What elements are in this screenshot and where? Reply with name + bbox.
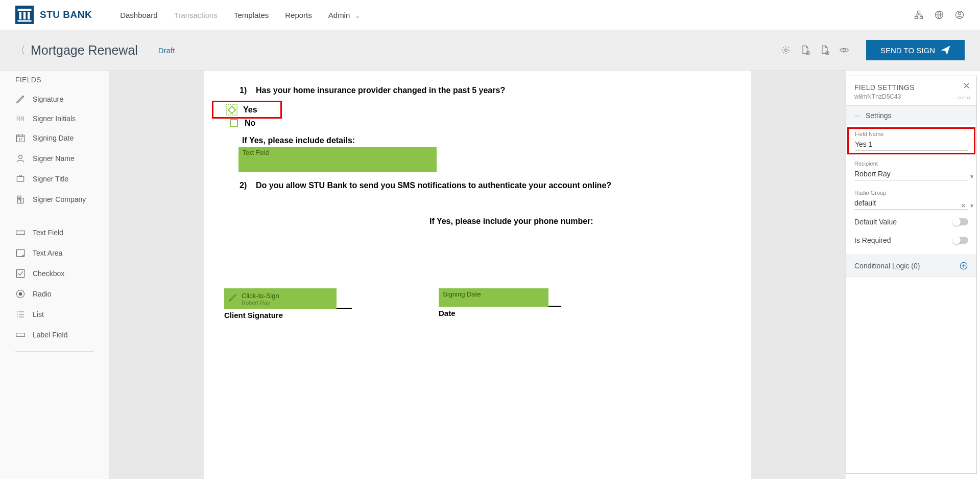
textfield-icon (15, 227, 26, 238)
field-list[interactable]: List (0, 304, 109, 325)
plus-circle-icon[interactable] (959, 261, 968, 270)
more-icon[interactable]: ○○○ (957, 94, 971, 101)
recipient-select[interactable] (854, 168, 968, 180)
svg-point-27 (19, 292, 22, 296)
conditional-logic-row[interactable]: Conditional Logic (0) (846, 255, 976, 277)
date-block: Signing Date Date (439, 288, 566, 320)
svg-rect-3 (28, 12, 30, 19)
pen-icon (228, 293, 237, 304)
svg-rect-7 (920, 16, 923, 18)
top-nav: STU BANK Dashboard Transactions Template… (0, 0, 980, 30)
svg-rect-2 (23, 12, 26, 19)
signature-block: Click-to-Sign Robert Ray Client Signatur… (224, 288, 352, 320)
field-label[interactable]: Label Field (0, 325, 109, 345)
field-signer-company[interactable]: Signer Company (0, 189, 109, 210)
checkbox-icon (15, 268, 26, 279)
svg-rect-28 (16, 333, 25, 337)
svg-rect-19 (17, 176, 23, 181)
nav-transactions[interactable]: Transactions (174, 11, 218, 19)
signature-line (337, 308, 352, 309)
chevron-up-icon: ︿ (854, 111, 861, 120)
back-button[interactable]: 〈 (15, 43, 26, 57)
globe-icon[interactable] (934, 10, 944, 20)
field-signer-name[interactable]: Signer Name (0, 148, 109, 169)
field-signing-date[interactable]: 17 Signing Date (0, 128, 109, 148)
if-yes-1: If Yes, please include details: (242, 136, 731, 145)
hierarchy-icon[interactable] (914, 10, 924, 20)
nav-dashboard[interactable]: Dashboard (120, 11, 157, 19)
field-textarea[interactable]: Text Area (0, 243, 109, 263)
fields-sidebar: FIELDS Signature RR Signer Initials 17 S… (0, 71, 109, 479)
svg-rect-5 (918, 11, 920, 13)
badge-icon (15, 174, 26, 184)
radio-icon (15, 289, 26, 299)
default-value-toggle[interactable] (953, 218, 968, 225)
field-checkbox[interactable]: Checkbox (0, 263, 109, 284)
nav-reports[interactable]: Reports (285, 11, 312, 19)
is-required-row: Is Required (846, 231, 976, 249)
svg-text:17: 17 (19, 138, 23, 141)
doc-settings-icon[interactable] (820, 45, 830, 55)
radio-group-select[interactable] (854, 197, 968, 210)
field-name-input[interactable] (855, 138, 968, 151)
nav-templates[interactable]: Templates (234, 11, 269, 19)
date-caption: Date (439, 309, 566, 317)
radio-yes-selected[interactable] (226, 104, 237, 116)
doc-add-icon[interactable] (800, 45, 810, 55)
clear-icon[interactable]: ✕ (961, 202, 966, 210)
signing-date-field[interactable]: Signing Date (439, 288, 548, 307)
click-to-sign-field[interactable]: Click-to-Sign Robert Ray (224, 288, 337, 309)
panel-body: Field Name Recipient ▼ Radio Group ✕ ▼ D… (846, 125, 976, 279)
field-radio[interactable]: Radio (0, 284, 109, 304)
settings-section-header[interactable]: ︿ Settings (846, 106, 976, 125)
gear-icon[interactable] (781, 45, 791, 55)
radio-group-group: Radio Group ✕ ▼ (846, 187, 976, 213)
brand-logo (15, 6, 34, 24)
svg-rect-6 (915, 16, 918, 18)
nav-links: Dashboard Transactions Templates Reports… (120, 11, 360, 19)
close-icon[interactable]: ✕ (963, 80, 970, 92)
header-actions: SEND TO SIGN (781, 40, 965, 60)
textarea-icon (15, 248, 26, 258)
recipient-label: Recipient (854, 161, 968, 167)
panel-title: FIELD SETTINGS (854, 83, 968, 92)
sidebar-title: FIELDS (0, 76, 109, 89)
field-initials[interactable]: RR Signer Initials (0, 109, 109, 128)
signature-row: Click-to-Sign Robert Ray Client Signatur… (224, 288, 731, 320)
svg-rect-23 (16, 231, 25, 235)
svg-rect-25 (17, 270, 25, 278)
user-icon[interactable] (954, 10, 965, 20)
radio-group-label: Radio Group (854, 190, 968, 196)
text-field-placeholder[interactable]: Text Field (238, 147, 437, 172)
recipient-group: Recipient ▼ (846, 157, 976, 184)
svg-point-11 (785, 49, 787, 52)
svg-point-18 (19, 155, 22, 158)
send-icon (941, 45, 950, 55)
nav-icons (914, 10, 965, 20)
initials-icon: RR (15, 116, 26, 122)
question-1: 1) Has your home insurance provider chan… (240, 86, 731, 95)
if-yes-2: If Yes, please include your phone number… (429, 217, 731, 226)
question-2: 2) Do you allow STU Bank to send you SMS… (240, 181, 731, 190)
divider (15, 351, 93, 352)
field-signature[interactable]: Signature (0, 89, 109, 109)
chevron-down-icon[interactable]: ▼ (969, 203, 974, 209)
field-text[interactable]: Text Field (0, 222, 109, 243)
main-layout: FIELDS Signature RR Signer Initials 17 S… (0, 71, 980, 479)
svg-rect-22 (21, 198, 23, 203)
field-name-group: Field Name (847, 127, 975, 154)
field-signer-title[interactable]: Signer Title (0, 169, 109, 189)
radio-no[interactable] (230, 119, 238, 127)
send-to-sign-button[interactable]: SEND TO SIGN (866, 40, 965, 60)
label-icon (15, 330, 26, 340)
svg-rect-20 (19, 175, 22, 177)
is-required-toggle[interactable] (953, 237, 968, 244)
list-icon (15, 309, 26, 320)
page-header: 〈 Mortgage Renewal Draft SEND TO SIGN (0, 30, 980, 71)
chevron-down-icon[interactable]: ▼ (969, 174, 974, 179)
person-icon (15, 153, 26, 164)
svg-rect-0 (18, 9, 32, 11)
eye-icon[interactable] (839, 45, 849, 55)
nav-admin[interactable]: Admin ⌄ (328, 11, 360, 19)
date-line (548, 306, 561, 307)
